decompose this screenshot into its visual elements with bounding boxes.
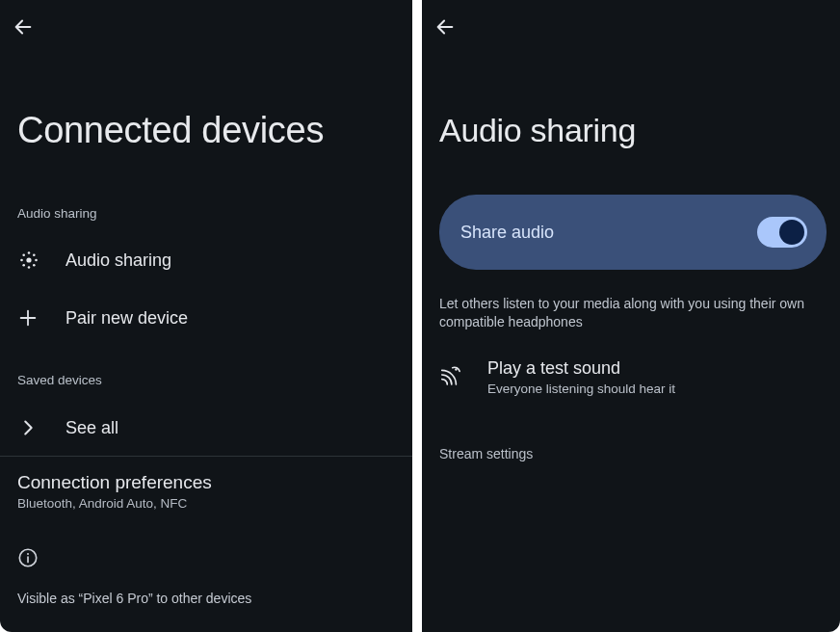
svg-point-4 — [35, 259, 38, 262]
audio-sharing-pane: Audio sharing Share audio Let others lis… — [422, 0, 840, 632]
chevron-right-icon — [17, 417, 66, 438]
section-label-stream-settings: Stream settings — [439, 446, 533, 461]
page-title: Audio sharing — [439, 112, 636, 149]
svg-point-0 — [26, 257, 31, 262]
audio-sharing-row[interactable]: Audio sharing — [0, 243, 412, 277]
section-label-audio-sharing: Audio sharing — [17, 206, 97, 221]
share-audio-label: Share audio — [460, 223, 554, 243]
play-test-sound-subtitle: Everyone listening should hear it — [487, 382, 675, 396]
pair-new-device-row[interactable]: Pair new device — [0, 301, 412, 335]
play-test-sound-row[interactable]: Play a test sound Everyone listening sho… — [439, 358, 827, 396]
back-button[interactable] — [10, 13, 37, 40]
section-label-saved-devices: Saved devices — [17, 373, 102, 387]
svg-point-8 — [33, 264, 36, 267]
back-button[interactable] — [432, 13, 459, 40]
share-audio-card[interactable]: Share audio — [439, 195, 827, 270]
connection-preferences-title: Connection preferences — [17, 472, 395, 493]
play-test-sound-title: Play a test sound — [487, 358, 675, 379]
svg-point-3 — [20, 259, 23, 262]
connection-preferences-row[interactable]: Connection preferences Bluetooth, Androi… — [17, 472, 395, 511]
connection-preferences-subtitle: Bluetooth, Android Auto, NFC — [17, 496, 395, 511]
see-all-label: See all — [66, 418, 118, 438]
svg-point-7 — [22, 264, 25, 267]
back-arrow-icon — [434, 16, 456, 38]
svg-point-2 — [28, 266, 31, 269]
share-audio-description: Let others listen to your media along wi… — [439, 295, 827, 331]
pair-new-device-label: Pair new device — [66, 308, 188, 329]
page-title: Connected devices — [17, 110, 324, 151]
cast-audio-icon — [439, 358, 487, 385]
visibility-text: Visible as “Pixel 6 Pro” to other device… — [17, 591, 251, 606]
pane-gap — [412, 0, 422, 632]
divider — [0, 456, 412, 457]
audio-sharing-dots-icon — [17, 249, 66, 272]
toggle-knob — [779, 220, 804, 245]
plus-icon — [17, 307, 66, 329]
see-all-row[interactable]: See all — [0, 408, 412, 447]
connected-devices-pane: Connected devices Audio sharing Audio sh… — [0, 0, 412, 632]
svg-point-13 — [27, 553, 29, 555]
audio-sharing-label: Audio sharing — [66, 250, 171, 271]
share-audio-toggle[interactable] — [757, 217, 807, 248]
svg-point-5 — [22, 253, 25, 256]
play-test-sound-text: Play a test sound Everyone listening sho… — [487, 358, 675, 396]
svg-point-6 — [33, 253, 36, 256]
info-icon — [17, 547, 39, 568]
svg-point-1 — [28, 251, 31, 254]
back-arrow-icon — [13, 16, 34, 38]
